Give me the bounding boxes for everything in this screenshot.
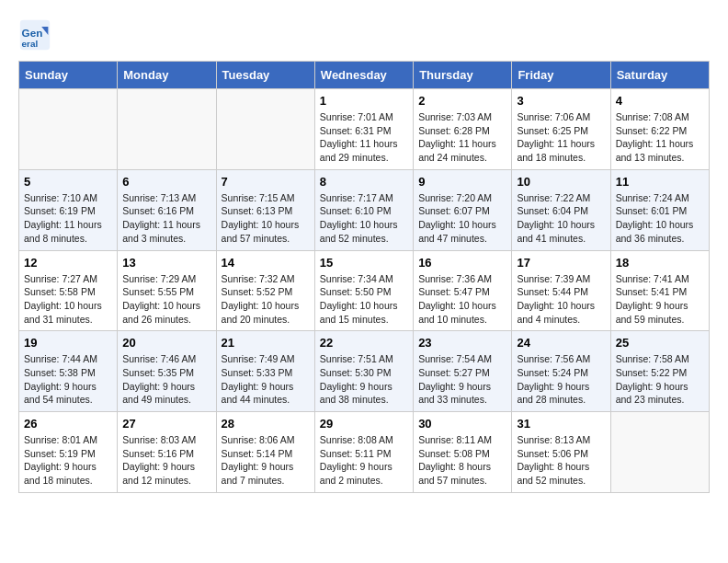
day-cell [610,412,709,493]
day-number: 11 [616,175,704,189]
day-number: 28 [222,417,310,431]
weekday-header-wednesday: Wednesday [314,62,413,89]
day-number: 10 [517,175,605,189]
day-cell: 19Sunrise: 7:44 AM Sunset: 5:38 PM Dayli… [19,331,118,412]
day-cell: 3Sunrise: 7:06 AM Sunset: 6:25 PM Daylig… [512,89,610,170]
day-cell: 12Sunrise: 7:27 AM Sunset: 5:58 PM Dayli… [19,250,118,331]
day-info: Sunrise: 7:39 AM Sunset: 5:44 PM Dayligh… [517,272,605,327]
day-cell: 21Sunrise: 7:49 AM Sunset: 5:33 PM Dayli… [216,331,314,412]
day-info: Sunrise: 7:24 AM Sunset: 6:01 PM Dayligh… [616,191,704,246]
day-info: Sunrise: 8:11 AM Sunset: 5:08 PM Dayligh… [418,433,506,488]
day-cell: 17Sunrise: 7:39 AM Sunset: 5:44 PM Dayli… [512,250,610,331]
day-number: 16 [418,256,506,270]
day-info: Sunrise: 7:56 AM Sunset: 5:24 PM Dayligh… [517,352,605,407]
day-info: Sunrise: 8:06 AM Sunset: 5:14 PM Dayligh… [222,433,310,488]
day-number: 9 [418,175,506,189]
day-number: 6 [122,175,210,189]
day-cell [118,89,216,170]
day-cell: 25Sunrise: 7:58 AM Sunset: 5:22 PM Dayli… [610,331,709,412]
weekday-header-thursday: Thursday [414,62,512,89]
header: Gen eral [18,18,710,52]
day-cell: 8Sunrise: 7:17 AM Sunset: 6:10 PM Daylig… [314,169,413,250]
day-number: 23 [418,336,506,350]
day-number: 14 [222,256,310,270]
week-row-4: 19Sunrise: 7:44 AM Sunset: 5:38 PM Dayli… [19,331,710,412]
day-number: 4 [616,94,704,108]
week-row-5: 26Sunrise: 8:01 AM Sunset: 5:19 PM Dayli… [19,412,710,493]
day-cell: 10Sunrise: 7:22 AM Sunset: 6:04 PM Dayli… [512,169,610,250]
day-cell: 28Sunrise: 8:06 AM Sunset: 5:14 PM Dayli… [216,412,314,493]
day-cell: 27Sunrise: 8:03 AM Sunset: 5:16 PM Dayli… [118,412,216,493]
weekday-header-tuesday: Tuesday [216,62,314,89]
day-number: 18 [616,256,704,270]
day-number: 31 [517,417,605,431]
day-number: 17 [517,256,605,270]
weekday-header-row: SundayMondayTuesdayWednesdayThursdayFrid… [19,62,710,89]
day-number: 12 [24,256,112,270]
day-cell: 31Sunrise: 8:13 AM Sunset: 5:06 PM Dayli… [512,412,610,493]
day-info: Sunrise: 7:58 AM Sunset: 5:22 PM Dayligh… [616,352,704,407]
day-number: 29 [320,417,408,431]
day-cell: 16Sunrise: 7:36 AM Sunset: 5:47 PM Dayli… [414,250,512,331]
day-info: Sunrise: 7:27 AM Sunset: 5:58 PM Dayligh… [24,272,112,327]
day-number: 2 [418,94,506,108]
day-cell: 5Sunrise: 7:10 AM Sunset: 6:19 PM Daylig… [19,169,118,250]
day-number: 22 [320,336,408,350]
day-info: Sunrise: 7:10 AM Sunset: 6:19 PM Dayligh… [24,191,112,246]
week-row-2: 5Sunrise: 7:10 AM Sunset: 6:19 PM Daylig… [19,169,710,250]
day-info: Sunrise: 7:51 AM Sunset: 5:30 PM Dayligh… [320,352,408,407]
day-cell: 9Sunrise: 7:20 AM Sunset: 6:07 PM Daylig… [414,169,512,250]
day-info: Sunrise: 7:32 AM Sunset: 5:52 PM Dayligh… [222,272,310,327]
day-number: 7 [222,175,310,189]
day-info: Sunrise: 7:20 AM Sunset: 6:07 PM Dayligh… [418,191,506,246]
week-row-3: 12Sunrise: 7:27 AM Sunset: 5:58 PM Dayli… [19,250,710,331]
day-cell: 14Sunrise: 7:32 AM Sunset: 5:52 PM Dayli… [216,250,314,331]
day-info: Sunrise: 7:22 AM Sunset: 6:04 PM Dayligh… [517,191,605,246]
day-number: 3 [517,94,605,108]
day-cell [19,89,118,170]
day-cell: 18Sunrise: 7:41 AM Sunset: 5:41 PM Dayli… [610,250,709,331]
day-cell: 6Sunrise: 7:13 AM Sunset: 6:16 PM Daylig… [118,169,216,250]
day-number: 15 [320,256,408,270]
day-info: Sunrise: 8:01 AM Sunset: 5:19 PM Dayligh… [24,433,112,488]
calendar: SundayMondayTuesdayWednesdayThursdayFrid… [18,61,710,493]
day-info: Sunrise: 7:36 AM Sunset: 5:47 PM Dayligh… [418,272,506,327]
day-number: 1 [320,94,408,108]
weekday-header-friday: Friday [512,62,610,89]
day-cell [216,89,314,170]
day-cell: 4Sunrise: 7:08 AM Sunset: 6:22 PM Daylig… [610,89,709,170]
day-info: Sunrise: 7:49 AM Sunset: 5:33 PM Dayligh… [222,352,310,407]
day-info: Sunrise: 7:54 AM Sunset: 5:27 PM Dayligh… [418,352,506,407]
day-info: Sunrise: 7:34 AM Sunset: 5:50 PM Dayligh… [320,272,408,327]
day-number: 19 [24,336,112,350]
day-number: 8 [320,175,408,189]
day-cell: 15Sunrise: 7:34 AM Sunset: 5:50 PM Dayli… [314,250,413,331]
day-cell: 30Sunrise: 8:11 AM Sunset: 5:08 PM Dayli… [414,412,512,493]
day-info: Sunrise: 8:03 AM Sunset: 5:16 PM Dayligh… [122,433,210,488]
day-number: 21 [222,336,310,350]
day-info: Sunrise: 7:17 AM Sunset: 6:10 PM Dayligh… [320,191,408,246]
day-info: Sunrise: 7:06 AM Sunset: 6:25 PM Dayligh… [517,110,605,165]
day-info: Sunrise: 7:41 AM Sunset: 5:41 PM Dayligh… [616,272,704,327]
week-row-1: 1Sunrise: 7:01 AM Sunset: 6:31 PM Daylig… [19,89,710,170]
weekday-header-saturday: Saturday [610,62,709,89]
day-info: Sunrise: 7:46 AM Sunset: 5:35 PM Dayligh… [122,352,210,407]
day-info: Sunrise: 7:13 AM Sunset: 6:16 PM Dayligh… [122,191,210,246]
day-info: Sunrise: 7:03 AM Sunset: 6:28 PM Dayligh… [418,110,506,165]
day-cell: 2Sunrise: 7:03 AM Sunset: 6:28 PM Daylig… [414,89,512,170]
day-info: Sunrise: 8:08 AM Sunset: 5:11 PM Dayligh… [320,433,408,488]
weekday-header-monday: Monday [118,62,216,89]
weekday-header-sunday: Sunday [19,62,118,89]
day-cell: 22Sunrise: 7:51 AM Sunset: 5:30 PM Dayli… [314,331,413,412]
day-number: 30 [418,417,506,431]
day-number: 13 [122,256,210,270]
day-number: 20 [122,336,210,350]
day-info: Sunrise: 7:08 AM Sunset: 6:22 PM Dayligh… [616,110,704,165]
day-cell: 23Sunrise: 7:54 AM Sunset: 5:27 PM Dayli… [414,331,512,412]
day-cell: 13Sunrise: 7:29 AM Sunset: 5:55 PM Dayli… [118,250,216,331]
day-info: Sunrise: 8:13 AM Sunset: 5:06 PM Dayligh… [517,433,605,488]
day-info: Sunrise: 7:29 AM Sunset: 5:55 PM Dayligh… [122,272,210,327]
day-cell: 1Sunrise: 7:01 AM Sunset: 6:31 PM Daylig… [314,89,413,170]
day-number: 24 [517,336,605,350]
svg-text:Gen: Gen [22,27,43,39]
